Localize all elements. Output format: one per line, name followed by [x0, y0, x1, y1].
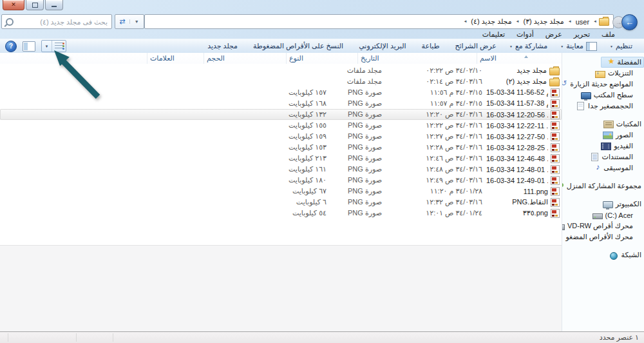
table-row[interactable]: 15-03-34 11-57-38 م... ٣٤/٠٣/١٥ م ١١:٥٧ …: [0, 98, 562, 109]
breadcrumb-item[interactable]: مجلد جديد (٤): [468, 17, 515, 26]
sidebar-item-icon: [592, 164, 601, 172]
column-header-label: الاسم: [480, 54, 497, 63]
history-dropdown-button[interactable]: ▼: [129, 19, 144, 24]
file-date: ٣٤/٠١/٢٤ ص ١٢:٠١: [392, 209, 486, 217]
views-button[interactable]: ▼: [41, 40, 66, 52]
status-divider: [113, 333, 113, 342]
file-size: ١٥٣ كيلوبايت: [274, 143, 338, 152]
sidebar-item[interactable]: محرك الأقراص المضغو: [562, 231, 644, 242]
sidebar-item-label: المفضلة: [615, 58, 641, 66]
toolbar-button[interactable]: مشاركة مع ▼: [503, 42, 554, 50]
sidebar-item-icon: [603, 201, 613, 208]
sidebar-item-label: الفيديو: [611, 142, 633, 150]
table-row[interactable]: مجلد جديد (٢) ٣٤/٠٣/١٦ ص ٠٢:١٤ مجلد ملفا…: [0, 76, 562, 87]
sidebar-item[interactable]: (C:) Acer: [562, 210, 644, 220]
table-row[interactable]: 16-03-34 12-49-01 ... ٣٤/٠٣/١٦ ص ١٢:٤٩ ص…: [0, 175, 562, 186]
toolbar-button[interactable]: مجلد جديد: [198, 42, 244, 50]
file-type: مجلد ملفات: [338, 66, 392, 75]
menu-item[interactable]: تحرير: [568, 30, 596, 39]
menu-bar: ملف تحرير عرض أدوات تعليمات: [477, 30, 621, 39]
search-input[interactable]: [15, 18, 111, 26]
column-header[interactable]: العلامات: [147, 53, 204, 64]
table-row[interactable]: 16-03-34 12-48-01 ... ٣٤/٠٣/١٦ ص ١٢:٤٨ ص…: [0, 164, 562, 175]
sidebar-item[interactable]: [562, 173, 644, 181]
help-button[interactable]: ?: [5, 41, 17, 52]
column-header-label: التاريخ: [361, 54, 379, 63]
table-row[interactable]: 16-03-34 12-20-56 ... ٣٤/٠٣/١٦ ص ١٢:٢٠ ص…: [0, 109, 562, 120]
sidebar-item[interactable]: التنزيلات: [562, 68, 644, 79]
sidebar-item[interactable]: [562, 242, 644, 250]
menu-item[interactable]: تعليمات: [477, 30, 511, 39]
table-row[interactable]: 111.png ٣٤/٠١/٢٨ م ١١:٢٠ صورة PNG ٦٧ كيل…: [0, 186, 562, 197]
table-row[interactable]: ٣٣٥.png ٣٤/٠١/٢٤ ص ١٢:٠١ صورة PNG ٥٤ كيل…: [0, 208, 562, 219]
minimize-button[interactable]: [45, 0, 63, 10]
table-row[interactable]: PNG.النقاط ٣٤/٠٣/١٦ ص ١٢:٣٢ صورة PNG ٦ ك…: [0, 197, 562, 208]
breadcrumb-item[interactable]: user: [573, 18, 592, 26]
toolbar-button[interactable]: البريد الإلكتروني: [350, 42, 412, 50]
back-button[interactable]: ←: [621, 14, 638, 30]
sidebar-item[interactable]: المكتبات: [562, 119, 644, 130]
toolbar-button[interactable]: معاينة ▼: [554, 42, 603, 51]
file-date: ٣٤/٠٣/١٦ ص ١٢:٢٨: [392, 143, 486, 152]
column-header[interactable]: النوع: [286, 53, 357, 64]
sidebar-item-icon: [577, 102, 584, 110]
column-header[interactable]: الحجم: [204, 53, 286, 64]
sidebar-item[interactable]: الحجمصغير جدا: [562, 101, 644, 112]
file-type: صورة PNG: [338, 110, 392, 119]
sidebar-item[interactable]: مجموعة المشاركة المنزل: [562, 181, 644, 191]
sidebar-item[interactable]: الموسيقى: [562, 162, 644, 173]
toolbar-button-label: البريد الإلكتروني: [359, 42, 406, 50]
sidebar-item[interactable]: المفضلة: [601, 57, 644, 68]
menu-item[interactable]: ملف: [596, 30, 621, 39]
close-button[interactable]: ✕: [3, 0, 24, 10]
table-row[interactable]: مجلد جديد ٣٤/٠٢/١٠ ص ٠٢:٢٢ مجلد ملفات: [0, 65, 562, 76]
sidebar-item[interactable]: الكمبيوتر: [562, 199, 644, 210]
file-name-cell: 16-03-34 12-27-50 ...: [486, 132, 562, 141]
sidebar-item[interactable]: محرك أقراص VD-RW: [562, 220, 644, 231]
table-row[interactable]: 16-03-34 12-22-11 ... ٣٤/٠٣/١٦ ص ١٢:٢٢ ص…: [0, 120, 562, 131]
file-name-cell: 16-03-34 12-49-01 ...: [486, 176, 562, 185]
sidebar-item[interactable]: الفيديو: [562, 141, 644, 152]
sidebar-item[interactable]: الصور: [562, 130, 644, 141]
file-size: ٦٧ كيلوبايت: [274, 187, 338, 195]
sidebar-item[interactable]: [562, 191, 644, 199]
breadcrumb[interactable]: ◄ user ◄ مجلد جديد (٣) ◄ مجلد جديد (٤) ◄: [144, 14, 614, 29]
menu-item[interactable]: أدوات: [511, 30, 540, 39]
file-type: صورة PNG: [338, 143, 392, 152]
column-header[interactable]: الاسم: [477, 53, 562, 64]
sidebar-item-icon: [581, 92, 591, 99]
file-name: 111.png: [524, 188, 548, 195]
sidebar-item[interactable]: سطح المكتب: [562, 90, 644, 101]
views-dropdown[interactable]: ▼: [42, 41, 52, 52]
selection-status: ١ عنصر محدد: [600, 333, 644, 342]
toolbar-button[interactable]: طباعة: [413, 42, 446, 50]
table-row[interactable]: 16-03-34 12-27-50 ... ٣٤/٠٣/١٦ ص ١٢:٢٧ ص…: [0, 131, 562, 142]
sidebar-item-label: الشبكة: [618, 251, 641, 259]
refresh-button[interactable]: ⇄: [115, 17, 129, 26]
arrow-back-icon: ←: [625, 17, 634, 27]
table-row[interactable]: 16-03-34 12-46-48 ... ٣٤/٠٣/١٦ ص ١٢:٤٦ ص…: [0, 153, 562, 164]
sidebar-item[interactable]: المستندات: [562, 152, 644, 162]
toolbar-button[interactable]: النسخ على الأقراص المضغوطة: [244, 42, 350, 50]
toolbar-button[interactable]: عرض الشرائح: [446, 42, 503, 50]
help-icon: ?: [9, 43, 13, 50]
breadcrumb-item[interactable]: مجلد جديد (٣): [520, 17, 567, 26]
sidebar-item-icon: [603, 121, 614, 128]
sidebar-item[interactable]: المواضع حديثة الزيارة: [562, 79, 644, 90]
file-name: 16-03-34 12-20-56 ...: [486, 111, 548, 119]
table-row[interactable]: 15-03-34 11-56-52 م... ٣٤/٠٣/١٥ م ١١:٥٦ …: [0, 87, 562, 98]
file-type: صورة PNG: [338, 121, 392, 130]
sidebar-item[interactable]: [562, 112, 644, 119]
file-size: ١٨٠ كيلوبايت: [274, 176, 338, 184]
preview-pane-button[interactable]: [23, 41, 35, 52]
file-name-cell: 16-03-34 12-20-56 ...: [486, 110, 562, 119]
column-header[interactable]: التاريخ: [357, 53, 477, 64]
sidebar-item[interactable]: الشبكة: [562, 250, 644, 260]
restore-button[interactable]: [26, 0, 44, 10]
sidebar-item-label: مجموعة المشاركة المنزل: [564, 182, 641, 190]
file-type: صورة PNG: [338, 198, 392, 206]
sidebar-item-label: (C:) Acer: [603, 211, 633, 219]
menu-item[interactable]: عرض: [540, 30, 568, 39]
toolbar-button[interactable]: تنظيم ▼: [603, 42, 639, 50]
table-row[interactable]: 16-03-34 12-28-25 ... ٣٤/٠٣/١٦ ص ١٢:٢٨ ص…: [0, 142, 562, 153]
